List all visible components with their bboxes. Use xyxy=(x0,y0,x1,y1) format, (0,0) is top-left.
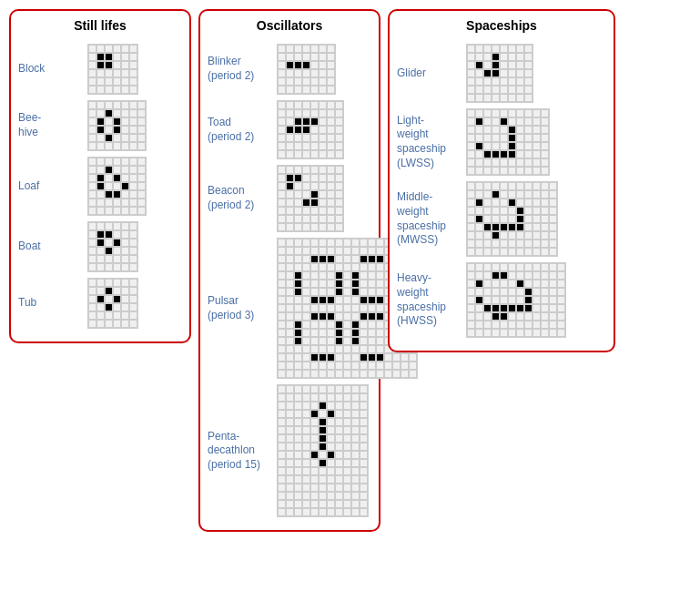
grid-cell xyxy=(500,263,508,271)
grid-cell xyxy=(516,77,524,86)
grid-cell xyxy=(302,199,310,207)
grid-cell xyxy=(516,199,524,207)
grid-cell xyxy=(88,255,96,263)
grid-cell xyxy=(88,303,96,311)
grid-cell xyxy=(286,263,294,271)
grid-cell xyxy=(533,207,541,215)
grid-cell xyxy=(278,255,286,263)
pattern-row: Beacon(period 2) xyxy=(208,165,371,232)
grid-cell xyxy=(129,207,137,215)
grid-cell xyxy=(409,362,417,370)
grid-cell xyxy=(492,304,500,312)
grid-cell xyxy=(549,231,557,239)
grid-cell xyxy=(327,61,335,69)
grid-cell xyxy=(524,77,533,86)
grid-cell xyxy=(524,207,533,215)
grid-cell xyxy=(302,117,310,126)
grid-cell xyxy=(508,109,516,117)
grid-cell xyxy=(294,134,302,142)
grid-cell xyxy=(335,321,343,329)
grid-cell xyxy=(310,459,319,467)
grid-cell xyxy=(508,199,516,207)
grid-cell xyxy=(96,142,105,150)
pattern-label: Blinker(period 2) xyxy=(208,55,271,83)
grid-cell xyxy=(294,362,302,370)
grid-cell xyxy=(467,239,475,248)
grid-cell xyxy=(96,101,105,109)
grid-cell xyxy=(541,199,549,207)
grid-cell xyxy=(121,126,129,134)
grid-cell xyxy=(541,134,549,142)
grid-cell xyxy=(557,296,565,304)
grid-cell xyxy=(294,410,302,418)
grid-cell xyxy=(319,247,327,255)
grid-cell xyxy=(129,53,137,61)
grid-cell xyxy=(294,443,302,451)
grid-cell xyxy=(351,426,360,434)
grid-cell xyxy=(549,271,557,280)
grid-cell xyxy=(294,215,302,223)
grid-cell xyxy=(524,126,533,134)
grid-cell xyxy=(327,150,335,158)
grid-cell xyxy=(475,239,483,248)
grid-cell xyxy=(524,321,533,329)
grid-cell xyxy=(278,271,286,280)
grid-cell xyxy=(88,239,96,247)
grid-cell xyxy=(88,117,96,126)
grid-cell xyxy=(310,215,319,223)
grid-cell xyxy=(302,126,310,134)
grid-cell xyxy=(96,126,105,134)
grid-cell xyxy=(524,271,533,280)
grid-cell xyxy=(549,280,557,288)
grid-cell xyxy=(483,288,492,296)
grid-cell xyxy=(327,385,335,393)
grid-cell xyxy=(310,101,319,109)
grid-cell xyxy=(96,53,105,61)
grid-cell xyxy=(376,263,384,271)
grid-cell xyxy=(302,337,310,345)
pattern-grid xyxy=(277,165,344,232)
grid-cell xyxy=(113,239,121,247)
grid-cell xyxy=(516,329,524,337)
grid-cell xyxy=(286,337,294,345)
grid-cell xyxy=(286,69,294,77)
grid-cell xyxy=(105,158,113,166)
grid-cell xyxy=(96,69,105,77)
grid-cell xyxy=(516,117,524,126)
grid-cell xyxy=(467,288,475,296)
grid-cell xyxy=(294,337,302,345)
grid-cell xyxy=(343,304,351,312)
grid-cell xyxy=(113,45,121,53)
grid-cell xyxy=(351,296,360,304)
grid-cell xyxy=(343,475,351,484)
grid-cell xyxy=(376,304,384,312)
grid-cell xyxy=(286,370,294,378)
grid-cell xyxy=(105,295,113,303)
grid-cell xyxy=(533,167,541,175)
grid-cell xyxy=(294,166,302,174)
grid-cell xyxy=(113,101,121,109)
grid-cell xyxy=(319,402,327,410)
grid-cell xyxy=(483,117,492,126)
grid-cell xyxy=(294,345,302,353)
grid-cell xyxy=(327,426,335,434)
grid-cell xyxy=(129,279,137,287)
grid-cell xyxy=(286,426,294,434)
grid-cell xyxy=(524,45,533,53)
grid-cell xyxy=(319,385,327,393)
grid-cell xyxy=(360,451,368,459)
grid-cell xyxy=(286,239,294,247)
grid-cell xyxy=(500,45,508,53)
grid-cell xyxy=(492,312,500,321)
pattern-grid xyxy=(466,181,558,257)
grid-cell xyxy=(302,492,310,500)
grid-cell xyxy=(310,174,319,182)
grid-cell xyxy=(113,69,121,77)
grid-cell xyxy=(368,370,376,378)
grid-cell xyxy=(483,190,492,199)
grid-cell xyxy=(137,117,146,126)
grid-cell xyxy=(483,142,492,150)
grid-cell xyxy=(278,174,286,182)
grid-cell xyxy=(483,150,492,158)
grid-cell xyxy=(343,255,351,263)
